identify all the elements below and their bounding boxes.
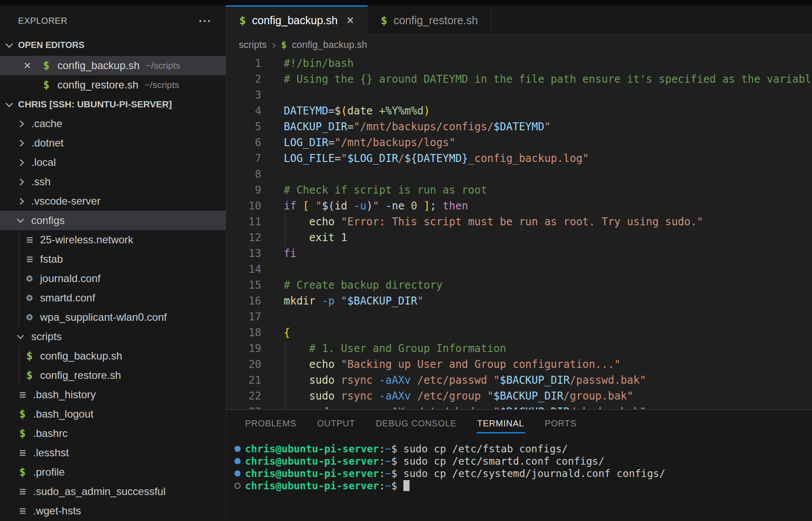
terminal-command-decoration-icon[interactable] <box>234 446 241 452</box>
tree-folder-local[interactable]: .local <box>0 153 226 172</box>
open-editors-header[interactable]: OPEN EDITORS <box>0 36 226 54</box>
code-token: rsync <box>341 406 373 409</box>
tree-item-label: .bash_logout <box>33 408 93 420</box>
close-icon[interactable]: × <box>347 14 354 27</box>
close-icon[interactable]: × <box>24 59 34 72</box>
code-token: #!/bin/bash <box>284 57 354 70</box>
code-token: -aAXv <box>379 374 411 386</box>
editor-code[interactable]: 1#!/bin/bash2# Using the {} around DATEY… <box>226 55 812 409</box>
terminal-command-decoration-icon[interactable] <box>234 470 241 477</box>
chevron-down-icon <box>6 99 13 107</box>
tree-item-label: fstab <box>40 253 63 265</box>
code-token: ${DATEYMD} <box>405 152 468 165</box>
open-editor-file-label: config_backup.sh <box>57 59 139 72</box>
tree-file-bashrc[interactable]: $.bashrc <box>0 424 226 443</box>
breadcrumb-file[interactable]: config_backup.sh <box>292 39 367 51</box>
chevron-right-icon <box>17 120 24 127</box>
shell-icon: $ <box>281 40 287 50</box>
tree-file-wpa-supplicant-wlan0-conf[interactable]: wpa_supplicant-wlan0.conf <box>0 308 226 327</box>
panel-tab-debug-console[interactable]: DEBUG CONSOLE <box>376 418 457 429</box>
chevron-down-icon <box>17 332 24 339</box>
tree-folder-vscode-server[interactable]: .vscode-server <box>0 191 226 211</box>
terminal-prompt-cwd: ~ <box>385 468 391 479</box>
tree-file-journald-conf[interactable]: journald.conf <box>0 269 226 288</box>
tree-file-profile[interactable]: $.profile <box>0 462 226 482</box>
title-bar <box>0 0 812 5</box>
shell-icon: $ <box>18 467 27 477</box>
code-token <box>335 390 341 402</box>
tree-item-label: config_restore.sh <box>40 369 121 382</box>
panel-tab-terminal[interactable]: TERMINAL <box>477 418 524 429</box>
panel-tab-ports[interactable]: PORTS <box>545 418 577 429</box>
tree-file-25-wireless-network[interactable]: 25-wireless.network <box>0 230 226 249</box>
line-number: 9 <box>226 182 261 198</box>
code-token: $BACKUP_DIR <box>494 390 563 402</box>
more-actions-icon[interactable]: ⋯ <box>198 14 212 27</box>
tree-item-label: config_backup.sh <box>40 350 122 362</box>
panel-tab-problems[interactable]: PROBLEMS <box>245 418 296 429</box>
terminal-command-decoration-icon[interactable] <box>234 483 241 489</box>
tree-folder-ssh[interactable]: .ssh <box>0 172 226 191</box>
code-token: echo <box>309 216 335 228</box>
code-token: ; <box>430 200 443 212</box>
tree-file-lesshst[interactable]: .lesshst <box>0 443 226 462</box>
breadcrumb-folder[interactable]: scripts <box>239 39 267 51</box>
code-token: "/mnt/backups/logs" <box>335 136 456 149</box>
code-token: echo <box>309 358 335 371</box>
sidebar-title: EXPLORER <box>18 16 67 26</box>
line-number: 13 <box>226 246 261 261</box>
code-token: $DATEYMD <box>494 121 545 133</box>
tree-file-wget-hsts[interactable]: .wget-hsts <box>0 501 226 521</box>
tree-folder-scripts[interactable]: scripts <box>0 327 226 346</box>
tree-folder-cache[interactable]: .cache <box>0 114 226 133</box>
chevron-right-icon <box>17 178 24 185</box>
code-line: 7LOG_FILE="$LOG_DIR/${DATEYMD}_config_ba… <box>226 150 812 166</box>
tree-folder-dotnet[interactable]: .dotnet <box>0 133 226 153</box>
open-editor-file-label: config_restore.sh <box>57 79 138 91</box>
code-line: 5BACKUP_DIR="/mnt/backups/configs/$DATEY… <box>226 119 812 135</box>
tree-file-sudo-as-admin-successful[interactable]: .sudo_as_admin_successful <box>0 482 226 501</box>
code-token <box>335 358 341 371</box>
workspace-header[interactable]: CHRIS [SSH: UBUNTU-PI-SERVER] <box>0 95 226 114</box>
tree-item-label: .lesshst <box>33 447 69 459</box>
terminal-command-decoration-icon[interactable] <box>234 458 241 464</box>
tree-file-bash-history[interactable]: .bash_history <box>0 385 226 404</box>
code-token: sudo <box>309 374 335 386</box>
code-line: 6LOG_DIR="/mnt/backups/logs" <box>226 135 812 150</box>
tab-label: config_restore.sh <box>394 14 478 27</box>
code-line: 10if [ "$(id -u)" -ne 0 ]; then <box>226 198 812 214</box>
tree-file-config-backup-sh[interactable]: $config_backup.sh <box>0 346 226 366</box>
tree-item-label: .dotnet <box>31 137 63 149</box>
code-line: 1#!/bin/bash <box>226 55 812 71</box>
open-editors-label: OPEN EDITORS <box>18 40 84 50</box>
open-editor-item[interactable]: ×$config_backup.sh~/scripts <box>0 56 226 75</box>
tree-file-smartd-conf[interactable]: smartd.conf <box>0 288 226 308</box>
line-number: 3 <box>226 87 261 103</box>
code-token: /group.bak" <box>563 390 633 402</box>
code-token: rsync <box>341 390 373 402</box>
code-text: sudo rsync -aAXv /etc/group "$BACKUP_DIR… <box>261 388 633 404</box>
tree-file-fstab[interactable]: fstab <box>0 249 226 269</box>
file-tree: .cache.dotnet.local.ssh.vscode-servercon… <box>0 114 226 521</box>
code-token: -p <box>322 295 335 307</box>
file-icon <box>18 390 27 400</box>
indent-guide <box>285 388 285 404</box>
open-editor-item[interactable]: ×$config_restore.sh~/scripts <box>0 75 226 95</box>
shell-icon: $ <box>18 429 27 438</box>
code-text: # 1. User and Group Information <box>261 341 506 356</box>
code-line: 15# Create backup directory <box>226 277 812 293</box>
indent-guide <box>285 372 285 388</box>
code-text <box>261 87 284 103</box>
tree-file-config-restore-sh[interactable]: $config_restore.sh <box>0 366 226 385</box>
code-token: 0 <box>411 200 417 212</box>
file-icon <box>25 235 34 245</box>
tree-item-label: configs <box>31 214 65 227</box>
tab-config-backup[interactable]: $ config_backup.sh × <box>226 5 368 34</box>
tree-file-bash-logout[interactable]: $.bash_logout <box>0 404 226 424</box>
terminal[interactable]: chris@ubuntu-pi-server:~$ sudo cp /etc/f… <box>226 437 812 492</box>
panel-tab-output[interactable]: OUTPUT <box>317 418 355 429</box>
tree-folder-configs[interactable]: configs <box>0 211 226 230</box>
line-number: 18 <box>226 325 261 341</box>
tab-config-restore[interactable]: $ config_restore.sh <box>368 5 492 34</box>
terminal-prompt-user: chris@ubuntu-pi-server <box>245 455 379 467</box>
